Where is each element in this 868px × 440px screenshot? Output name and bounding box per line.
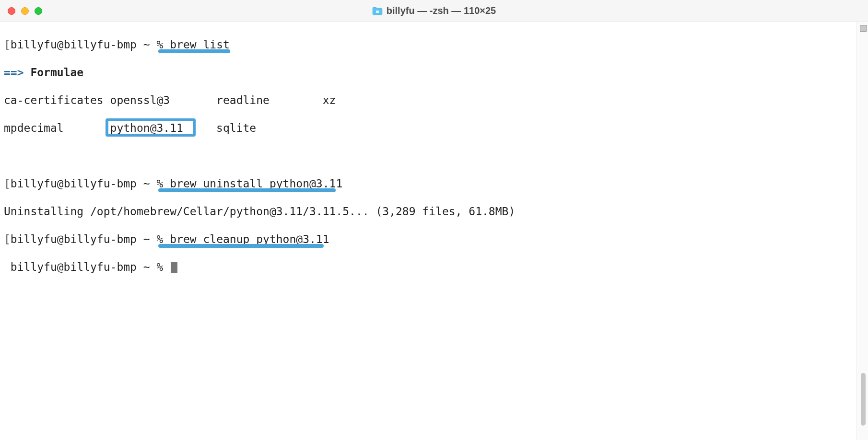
prompt-text: billyfu@billyfu-bmp ~ %: [11, 233, 170, 245]
formulae-row-2: mpdecimal python@3.11 sqlite: [4, 121, 853, 135]
prompt-text: billyfu@billyfu-bmp ~ %: [11, 38, 170, 51]
prompt-line-2: [billyfu@billyfu-bmp ~ % brew uninstall …: [4, 177, 853, 191]
prompt-line-3: [billyfu@billyfu-bmp ~ % brew cleanup py…: [4, 232, 853, 246]
window-minimize-button[interactable]: [21, 7, 29, 15]
scrollbar-top-marker: [860, 25, 867, 32]
uninstall-output-text: Uninstalling /opt/homebrew/Cellar/python…: [4, 205, 515, 218]
titlebar: billyfu — -zsh — 110×25: [0, 0, 868, 22]
arrow-icon: ==>: [4, 66, 24, 79]
window-zoom-button[interactable]: [35, 7, 42, 15]
highlight-box-python311: [106, 118, 196, 137]
highlight-underline-brew-uninstall: [158, 188, 336, 192]
open-bracket: [: [4, 233, 11, 245]
terminal-window: billyfu — -zsh — 110×25 [billyfu@billyfu…: [0, 0, 868, 440]
window-close-button[interactable]: [8, 7, 15, 15]
formulae-label: Formulae: [24, 66, 84, 79]
cursor-block: [171, 262, 177, 273]
traffic-lights: [0, 7, 42, 15]
open-bracket: [: [4, 177, 11, 190]
scrollbar[interactable]: [856, 22, 868, 440]
window-title-text: billyfu — -zsh — 110×25: [387, 5, 496, 16]
formulae-row-1-text: ca-certificates openssl@3 readline xz: [4, 94, 336, 106]
highlight-underline-brew-cleanup: [158, 244, 324, 248]
open-bracket: [: [4, 38, 11, 51]
prompt-text: billyfu@billyfu-bmp ~ %: [11, 177, 170, 190]
scrollbar-thumb[interactable]: [861, 373, 866, 426]
window-title: billyfu — -zsh — 110×25: [0, 5, 868, 16]
svg-rect-0: [376, 11, 379, 13]
folder-icon: [372, 7, 383, 15]
terminal-output[interactable]: [billyfu@billyfu-bmp ~ % brew list ==> F…: [0, 22, 856, 440]
content-wrap: [billyfu@billyfu-bmp ~ % brew list ==> F…: [0, 22, 868, 440]
prompt-line-4: billyfu@billyfu-bmp ~ %: [4, 260, 853, 274]
formulae-row-1: ca-certificates openssl@3 readline xz: [4, 93, 853, 107]
highlight-underline-brew-list: [158, 49, 230, 53]
uninstall-output: Uninstalling /opt/homebrew/Cellar/python…: [4, 205, 853, 219]
formulae-header: ==> Formulae: [4, 66, 853, 80]
prompt-text: billyfu@billyfu-bmp ~ %: [4, 261, 170, 273]
blank-line: [4, 149, 853, 163]
prompt-line-1: [billyfu@billyfu-bmp ~ % brew list: [4, 38, 853, 52]
